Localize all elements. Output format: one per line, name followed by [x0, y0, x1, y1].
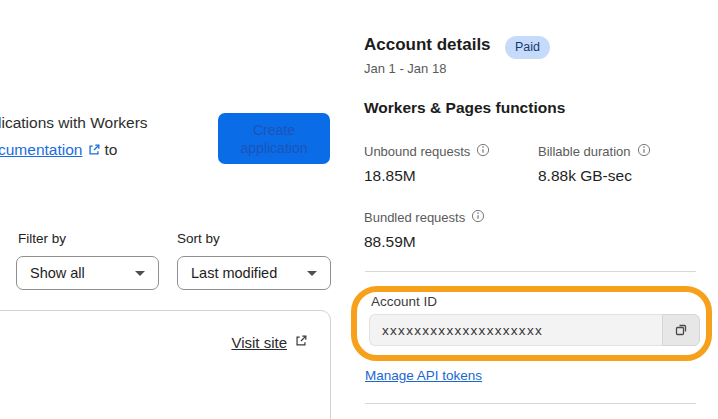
create-button-line1: Create: [253, 122, 295, 138]
stat-value: 88.59M: [364, 233, 485, 251]
account-id-field-group: [369, 314, 700, 346]
divider: [365, 271, 696, 272]
stat-label: Unbound requests: [364, 144, 470, 159]
create-button-line2: application: [241, 140, 308, 156]
documentation-link[interactable]: cumentation: [0, 141, 82, 158]
info-icon[interactable]: [471, 209, 485, 226]
account-id-label: Account ID: [371, 294, 437, 309]
filter-dropdown[interactable]: Show all: [16, 256, 159, 290]
sort-dropdown[interactable]: Last modified: [177, 256, 331, 290]
info-icon[interactable]: [476, 143, 490, 160]
stat-billable-duration: Billable duration 8.88k GB-sec: [538, 143, 651, 185]
workers-pages-functions-title: Workers & Pages functions: [364, 99, 565, 117]
copy-button[interactable]: [662, 314, 700, 346]
info-icon[interactable]: [637, 143, 651, 160]
intro-line-1: lications with Workers: [0, 114, 148, 131]
visit-site-link[interactable]: Visit site: [231, 334, 287, 351]
stat-label: Billable duration: [538, 144, 631, 159]
date-range: Jan 1 - Jan 18: [364, 61, 446, 76]
external-link-icon: [87, 138, 101, 165]
manage-api-tokens: Manage API tokens: [365, 368, 482, 383]
stat-label: Bundled requests: [364, 210, 465, 225]
stat-unbound-requests: Unbound requests 18.85M: [364, 143, 490, 185]
chevron-down-icon: [135, 271, 145, 276]
filter-dropdown-value: Show all: [30, 265, 85, 281]
account-id-input[interactable]: [369, 314, 662, 346]
chevron-down-icon: [307, 271, 317, 276]
account-details-title: Account details: [364, 35, 491, 55]
paid-status-badge: Paid: [505, 36, 550, 59]
stat-value: 8.88k GB-sec: [538, 167, 651, 185]
workers-pages-dashboard: lications with Workers cumentationto Cre…: [0, 0, 718, 419]
sort-by-label: Sort by: [177, 231, 220, 246]
copy-icon: [673, 321, 689, 340]
create-application-button[interactable]: Create application: [218, 113, 330, 164]
external-link-icon: [294, 334, 308, 351]
sort-dropdown-value: Last modified: [191, 265, 277, 281]
project-card: Visit site: [0, 310, 331, 419]
intro-text: lications with Workers cumentationto: [0, 109, 148, 165]
stat-bundled-requests: Bundled requests 88.59M: [364, 209, 485, 251]
filter-by-label: Filter by: [18, 231, 66, 246]
stat-value: 18.85M: [364, 167, 490, 185]
divider: [365, 403, 696, 404]
manage-api-tokens-link[interactable]: Manage API tokens: [365, 368, 482, 383]
intro-after-link: to: [104, 141, 117, 158]
